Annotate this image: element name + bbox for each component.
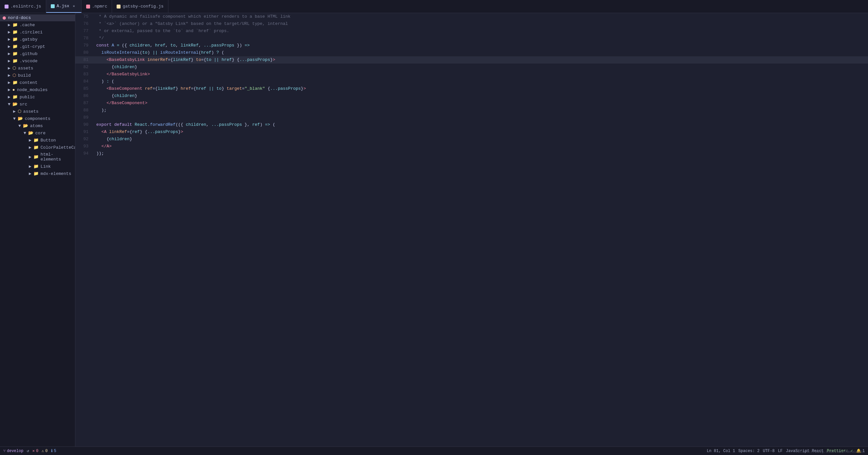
- sidebar-item-src[interactable]: ▼ 📂 src: [0, 100, 75, 108]
- status-encoding[interactable]: UTF-8: [763, 449, 775, 453]
- folder-glyph-github: 📁: [12, 51, 18, 56]
- gatsby-icon: [117, 5, 121, 8]
- code-line-75: 75 * A dynamic and failsafe component wh…: [75, 13, 868, 20]
- sidebar-item-mdx-elements[interactable]: ▶ 📁 mdx-elements: [0, 170, 75, 177]
- line-content-91: <A linkRef={ref} {...passProps}>: [94, 128, 868, 135]
- folder-icon-mdx-elements: ▶: [29, 171, 31, 176]
- sidebar-item-github[interactable]: ▶ 📁 .github: [0, 50, 75, 57]
- folder-glyph-git-crypt: 📁: [12, 44, 18, 49]
- sidebar-label-colorpalette: ColorPaletteCard: [41, 145, 75, 150]
- folder-glyph-core: 📂: [28, 130, 33, 135]
- sidebar-label-html-elements: html-elements: [41, 152, 72, 162]
- line-content-94: ));: [94, 150, 868, 157]
- line-num-83: 83: [75, 71, 94, 78]
- sidebar-item-src-assets[interactable]: ▶ ⬡ assets: [0, 108, 75, 115]
- sidebar-item-components[interactable]: ▼ 📂 components: [0, 115, 75, 122]
- sidebar-item-git-crypt[interactable]: ▶ 📁 .git-crypt: [0, 43, 75, 50]
- sidebar-label-mdx-elements: mdx-elements: [41, 171, 71, 176]
- folder-glyph-atoms: 📂: [23, 123, 28, 128]
- status-info-count[interactable]: ℹ 5: [51, 449, 56, 453]
- sidebar-item-vscode[interactable]: ▶ 📁 .vscode: [0, 57, 75, 64]
- folder-glyph-circleci: 📁: [12, 29, 18, 35]
- line-num-90: 90: [75, 121, 94, 128]
- folder-glyph-build: ⬡: [12, 73, 16, 78]
- sidebar-label-public: public: [20, 95, 35, 99]
- tab-jsx[interactable]: A.jsx ✕: [46, 0, 82, 13]
- sidebar-item-node-modules[interactable]: ▶ ● node_modules: [0, 86, 75, 93]
- sidebar-label-atoms: atoms: [30, 123, 43, 128]
- line-num-80: 80: [75, 49, 94, 56]
- git-branch-icon: ⑂: [3, 449, 6, 453]
- status-language[interactable]: JavaScript React: [786, 449, 824, 453]
- line-num-78: 78: [75, 35, 94, 42]
- sync-icon: ↺: [27, 449, 29, 453]
- line-num-89: 89: [75, 114, 94, 121]
- sidebar-item-button[interactable]: ▶ 📁 Button: [0, 136, 75, 144]
- tab-gatsby[interactable]: gatsby-config.js: [112, 0, 168, 13]
- sidebar-item-content[interactable]: ▶ 📁 content: [0, 79, 75, 86]
- folder-glyph-colorpalette: 📁: [33, 145, 39, 150]
- folder-icon-vscode: ▶: [8, 58, 10, 64]
- status-formatter[interactable]: Prettier: ✓: [827, 449, 853, 453]
- sidebar-item-atoms[interactable]: ▼ 📂 atoms: [0, 122, 75, 129]
- sidebar-item-html-elements[interactable]: ▶ 📁 html-elements: [0, 151, 75, 163]
- sidebar-item-build[interactable]: ▶ ⬡ build: [0, 72, 75, 79]
- status-notifications[interactable]: 🔔 1: [856, 449, 865, 453]
- folder-glyph-public: 📁: [12, 94, 18, 99]
- code-line-85: 85 <BaseComponent ref={linkRef} href={hr…: [75, 85, 868, 92]
- status-position[interactable]: Ln 81, Col 1: [707, 449, 735, 453]
- code-container: 75 * A dynamic and failsafe component wh…: [75, 13, 868, 157]
- code-line-80: 80 isRouteInternal(to) || isRouteInterna…: [75, 49, 868, 56]
- line-content-93: </A>: [94, 143, 868, 150]
- status-branch[interactable]: ⑂ develop: [3, 449, 23, 453]
- sidebar-root[interactable]: nord-docs: [0, 14, 75, 21]
- notification-count: 1: [862, 449, 865, 453]
- folder-icon-gatsby: ▶: [8, 37, 10, 42]
- folder-icon-core: ▼: [24, 131, 26, 135]
- sidebar-item-cache[interactable]: ▶ 📁 .cache: [0, 21, 75, 29]
- folder-glyph-components: 📂: [18, 116, 23, 121]
- code-line-84: 84 ) : (: [75, 78, 868, 85]
- line-num-82: 82: [75, 64, 94, 71]
- code-line-82: 82 {children}: [75, 64, 868, 71]
- code-line-77: 77 * or external, passed to the `to` and…: [75, 28, 868, 35]
- line-content-92: {children}: [94, 135, 868, 143]
- sidebar-item-assets-top[interactable]: ▶ ⬡ assets: [0, 64, 75, 72]
- npmrc-icon: [86, 5, 90, 8]
- line-num-88: 88: [75, 107, 94, 114]
- line-content-77: * or external, passed to the `to` and `h…: [94, 28, 868, 35]
- formatter-text: Prettier: ✓: [827, 449, 853, 453]
- sidebar-item-colorpalette[interactable]: ▶ 📁 ColorPaletteCard: [0, 144, 75, 151]
- tab-close-button[interactable]: ✕: [71, 4, 76, 9]
- tab-eslintrc[interactable]: .eslintrc.js: [0, 0, 46, 13]
- code-line-92: 92 {children}: [75, 135, 868, 143]
- sidebar-item-public[interactable]: ▶ 📁 public: [0, 93, 75, 100]
- jsx-icon: [51, 4, 55, 8]
- folder-glyph-src: 📂: [12, 101, 18, 107]
- folder-icon-button: ▶: [29, 138, 31, 143]
- code-line-79: 79 const A = ({ children, href, to, link…: [75, 42, 868, 49]
- sidebar-item-core[interactable]: ▼ 📂 core: [0, 129, 75, 136]
- line-content-86: {children}: [94, 92, 868, 99]
- status-spaces[interactable]: Spaces: 2: [738, 449, 760, 453]
- sidebar-label-components: components: [25, 116, 51, 121]
- sidebar-item-link[interactable]: ▶ 📁 Link: [0, 163, 75, 170]
- code-editor[interactable]: 75 * A dynamic and failsafe component wh…: [75, 13, 868, 447]
- status-warnings[interactable]: ⚠ 0: [41, 449, 48, 453]
- code-line-81: 81 <BaseGatsbyLink innerRef={linkRef} to…: [75, 56, 868, 64]
- status-errors[interactable]: ✕ 0: [32, 449, 38, 453]
- line-num-85: 85: [75, 85, 94, 92]
- code-line-90: 90 export default React.forwardRef(({ ch…: [75, 121, 868, 128]
- folder-icon-colorpalette: ▶: [29, 145, 31, 150]
- sidebar: nord-docs ▶ 📁 .cache ▶ 📁 .circleci ▶ 📁 .…: [0, 13, 75, 447]
- tab-npmrc-label: .npmrc: [92, 4, 107, 9]
- sidebar-item-gatsby-folder[interactable]: ▶ 📁 .gatsby: [0, 36, 75, 43]
- sidebar-item-circleci[interactable]: ▶ 📁 .circleci: [0, 29, 75, 36]
- status-line-ending[interactable]: LF: [778, 449, 782, 453]
- tab-npmrc[interactable]: .npmrc: [82, 0, 112, 13]
- line-num-81: 81: [75, 56, 94, 64]
- folder-glyph-link: 📁: [33, 164, 39, 169]
- line-content-81: <BaseGatsbyLink innerRef={linkRef} to={t…: [94, 56, 868, 64]
- line-content-87: </BaseComponent>: [94, 99, 868, 107]
- status-sync[interactable]: ↺: [27, 449, 29, 453]
